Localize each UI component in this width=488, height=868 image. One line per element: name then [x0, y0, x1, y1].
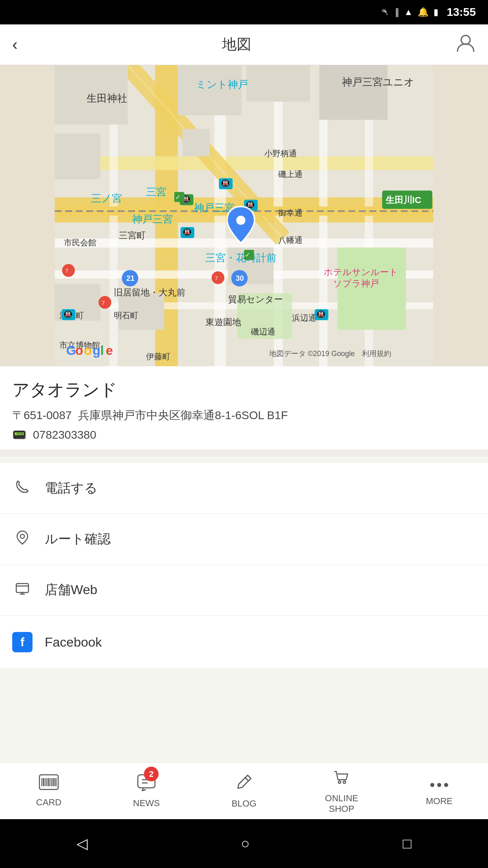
notification-icon: 🔔 — [418, 7, 429, 17]
svg-text:🚇: 🚇 — [183, 228, 192, 237]
facebook-action[interactable]: f Facebook — [0, 616, 488, 669]
svg-text:7: 7 — [65, 268, 68, 274]
svg-text:東遊園地: 東遊園地 — [205, 317, 241, 327]
svg-text:ホテルサンルート: ホテルサンルート — [324, 267, 398, 277]
svg-text:磯辺通: 磯辺通 — [251, 327, 275, 336]
map-container[interactable]: 生田神社 ミント神戸 神戸三宮ユニオ 三ノ宮 三宮 神戸三宮 神戸三宮 小野柄通… — [0, 65, 488, 366]
news-badge: 2 — [144, 767, 159, 781]
svg-text:🚇: 🚇 — [63, 310, 73, 319]
blog-icon — [235, 773, 253, 795]
back-button[interactable]: ‹ — [12, 35, 17, 54]
svg-text:御幸通: 御幸通 — [278, 208, 303, 217]
svg-point-0 — [461, 35, 470, 44]
svg-text:小野柄通: 小野柄通 — [264, 149, 297, 158]
svg-text:ソプラ神戸: ソプラ神戸 — [333, 278, 379, 289]
svg-text:三宮町: 三宮町 — [119, 230, 146, 241]
profile-button[interactable] — [455, 33, 476, 57]
svg-text:G: G — [66, 343, 76, 358]
svg-text:神戸三宮: 神戸三宮 — [194, 202, 235, 213]
bluetooth-icon: ⯲ — [381, 7, 390, 17]
nav-card[interactable]: CARD — [0, 763, 98, 819]
nav-news[interactable]: 2 NEWS — [98, 763, 195, 819]
address-text: 兵庫県神戸市中央区御幸通8-1-6SOL B1F — [78, 408, 288, 423]
svg-text:旧居留地・大丸前: 旧居留地・大丸前 — [114, 287, 185, 297]
news-nav-label: NEWS — [133, 798, 160, 809]
svg-text:ミント神戸: ミント神戸 — [196, 79, 248, 90]
svg-point-75 — [62, 264, 75, 277]
android-back-button[interactable]: ◁ — [76, 835, 88, 852]
svg-text:生田神社: 生田神社 — [87, 93, 127, 104]
svg-point-79 — [211, 271, 224, 284]
svg-text:神戸三宮ユニオ: 神戸三宮ユニオ — [342, 77, 414, 87]
svg-text:✓: ✓ — [175, 194, 181, 201]
svg-text:三宮・花時計前: 三宮・花時計前 — [205, 252, 277, 263]
store-name: アタオランド — [12, 378, 476, 401]
phone-number: 0782303380 — [33, 429, 96, 442]
svg-rect-22 — [183, 129, 210, 156]
svg-text:神戸三宮: 神戸三宮 — [132, 214, 173, 225]
svg-point-77 — [98, 296, 111, 308]
facebook-label: Facebook — [45, 635, 102, 650]
svg-text:貿易センター: 貿易センター — [228, 294, 283, 304]
wifi-icon: ▲ — [404, 7, 413, 17]
action-list: 電話する ルート確認 店舗Web f Facebook — [0, 463, 488, 669]
svg-rect-20 — [319, 65, 388, 120]
svg-text:✓: ✓ — [245, 251, 250, 258]
svg-text:三宮: 三宮 — [146, 186, 166, 197]
status-bar: ⯲ ‖ ▲ 🔔 ▮ 13:55 — [0, 0, 488, 24]
svg-point-110 — [338, 781, 341, 783]
battery-icon: ▮ — [434, 7, 438, 17]
svg-text:🚇: 🚇 — [221, 179, 230, 188]
svg-text:21: 21 — [126, 274, 135, 282]
svg-text:o: o — [84, 343, 92, 358]
svg-text:o: o — [75, 343, 83, 358]
svg-rect-15 — [338, 247, 406, 330]
call-label: 電話する — [45, 479, 98, 497]
android-recent-button[interactable]: □ — [403, 835, 412, 852]
nav-blog[interactable]: BLOG — [195, 763, 293, 819]
card-icon — [39, 774, 59, 794]
header: ‹ 地図 — [0, 24, 488, 65]
svg-text:八幡通: 八幡通 — [278, 236, 303, 245]
svg-point-113 — [437, 783, 441, 787]
store-info: アタオランド 〒651-0087 兵庫県神戸市中央区御幸通8-1-6SOL B1… — [0, 366, 488, 450]
more-nav-label: MORE — [426, 796, 453, 807]
android-home-button[interactable]: ○ — [241, 835, 250, 852]
svg-text:浜辺通: 浜辺通 — [292, 313, 316, 322]
nav-online-shop[interactable]: ONLINESHOP — [293, 763, 390, 819]
phone-icon — [12, 479, 33, 497]
facebook-icon: f — [12, 632, 33, 652]
web-label: 店舗Web — [45, 581, 97, 599]
android-navigation: ◁ ○ □ — [0, 819, 488, 868]
svg-text:市民会館: 市民会館 — [64, 238, 96, 247]
svg-text:30: 30 — [236, 274, 244, 282]
svg-text:地図データ ©2019 Google　利用規約: 地図データ ©2019 Google 利用規約 — [269, 350, 392, 358]
store-phone: 📟 0782303380 — [12, 428, 476, 442]
svg-text:🚇: 🚇 — [316, 310, 326, 319]
page-title: 地図 — [222, 35, 251, 55]
route-label: ルート確認 — [45, 530, 111, 548]
svg-point-112 — [430, 783, 434, 787]
store-address: 〒651-0087 兵庫県神戸市中央区御幸通8-1-6SOL B1F — [12, 408, 476, 423]
svg-text:磯上通: 磯上通 — [278, 170, 303, 179]
svg-rect-18 — [178, 65, 242, 115]
svg-point-111 — [343, 781, 346, 783]
postal-code: 〒651-0087 — [12, 408, 72, 423]
vibrate-icon: ‖ — [395, 7, 399, 17]
svg-rect-19 — [246, 65, 310, 102]
web-action[interactable]: 店舗Web — [0, 565, 488, 616]
nav-more[interactable]: MORE — [390, 763, 488, 819]
svg-point-81 — [236, 216, 245, 225]
shop-icon — [332, 767, 351, 790]
call-action[interactable]: 電話する — [0, 463, 488, 514]
card-nav-label: CARD — [36, 797, 61, 808]
section-divider — [0, 450, 488, 457]
online-shop-nav-label: ONLINESHOP — [325, 793, 358, 815]
web-icon — [12, 581, 33, 599]
more-icon — [429, 775, 449, 793]
svg-text:7: 7 — [102, 300, 105, 306]
route-action[interactable]: ルート確認 — [0, 514, 488, 565]
status-time: 13:55 — [447, 6, 476, 19]
svg-text:l: l — [100, 343, 104, 358]
svg-text:明石町: 明石町 — [114, 311, 138, 320]
